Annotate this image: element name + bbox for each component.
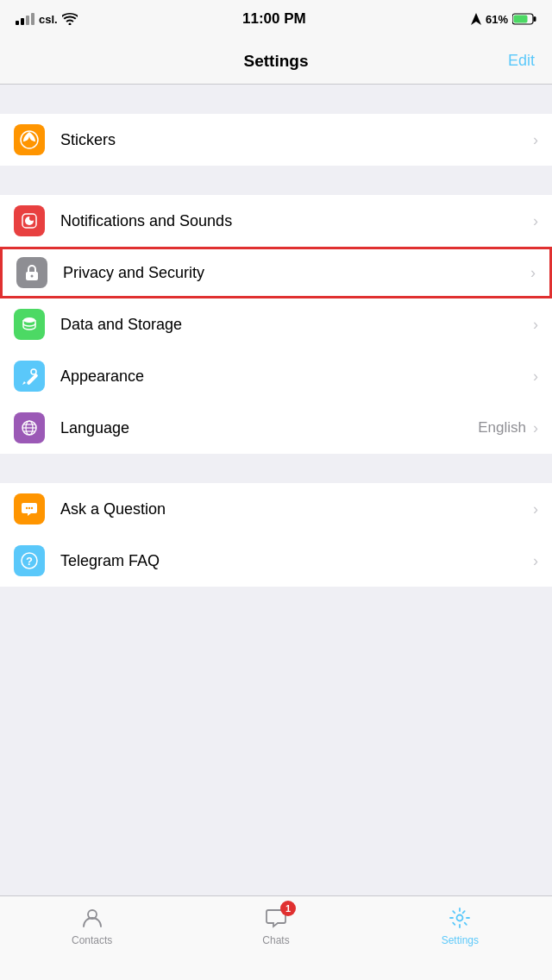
appearance-row[interactable]: Appearance › xyxy=(0,350,552,402)
tab-bar: Contacts 1 Chats Settings xyxy=(0,895,552,980)
privacy-icon xyxy=(16,257,47,288)
battery-label: 61% xyxy=(486,13,508,26)
section-gap-2 xyxy=(0,166,552,195)
svg-rect-10 xyxy=(26,373,38,385)
stickers-label: Stickers xyxy=(60,131,533,149)
appearance-chevron: › xyxy=(533,368,538,386)
contacts-svg xyxy=(80,906,104,930)
edit-button[interactable]: Edit xyxy=(508,52,535,70)
status-left: csl. xyxy=(16,13,78,26)
svg-rect-1 xyxy=(533,16,536,22)
main-section: Notifications and Sounds › Privacy and S… xyxy=(0,195,552,454)
data-svg xyxy=(20,315,39,334)
section-gap-top xyxy=(0,85,552,114)
stickers-row[interactable]: Stickers › xyxy=(0,114,552,166)
appearance-svg xyxy=(20,367,39,386)
svg-point-6 xyxy=(29,216,34,221)
page-title: Settings xyxy=(244,52,309,71)
contacts-tab-icon xyxy=(79,905,105,931)
tab-chats[interactable]: 1 Chats xyxy=(184,905,367,946)
ask-row[interactable]: Ask a Question › xyxy=(0,483,552,535)
faq-icon: ? xyxy=(14,545,45,576)
language-svg xyxy=(20,418,39,437)
chats-badge: 1 xyxy=(280,901,296,916)
notifications-chevron: › xyxy=(533,212,538,230)
language-value: English xyxy=(478,419,526,437)
chats-tab-label: Chats xyxy=(262,934,289,946)
ask-icon xyxy=(14,493,45,525)
chats-tab-icon: 1 xyxy=(263,905,289,931)
privacy-chevron: › xyxy=(530,264,536,282)
signal-bars xyxy=(16,13,34,25)
data-chevron: › xyxy=(533,316,538,334)
notifications-icon xyxy=(14,205,45,236)
svg-point-19 xyxy=(31,507,33,509)
status-time: 11:00 PM xyxy=(242,10,306,28)
svg-point-17 xyxy=(26,507,28,509)
svg-point-9 xyxy=(23,317,35,323)
faq-chevron: › xyxy=(533,552,538,570)
battery-icon xyxy=(512,13,536,25)
language-label: Language xyxy=(60,419,478,437)
language-icon xyxy=(14,412,45,443)
appearance-icon xyxy=(14,361,45,392)
stickers-svg xyxy=(20,130,39,149)
ask-svg xyxy=(20,499,39,518)
stickers-icon xyxy=(14,124,45,155)
status-right: 61% xyxy=(471,13,536,26)
svg-text:?: ? xyxy=(26,555,33,568)
notifications-label: Notifications and Sounds xyxy=(60,212,533,230)
section-gap-3 xyxy=(0,454,552,483)
notifications-row[interactable]: Notifications and Sounds › xyxy=(0,195,552,247)
location-icon xyxy=(471,13,481,25)
support-section: Ask a Question › ? Telegram FAQ › xyxy=(0,483,552,587)
language-row[interactable]: Language English › xyxy=(0,402,552,454)
settings-svg xyxy=(448,906,472,930)
svg-rect-2 xyxy=(513,16,527,23)
notifications-svg xyxy=(20,211,39,230)
stickers-chevron: › xyxy=(533,131,538,149)
data-icon xyxy=(14,309,45,340)
privacy-row[interactable]: Privacy and Security › xyxy=(0,247,552,298)
privacy-label: Privacy and Security xyxy=(63,264,530,282)
content-area: Stickers › Notifications and Sounds › xyxy=(0,85,552,700)
language-chevron: › xyxy=(533,419,538,437)
data-row[interactable]: Data and Storage › xyxy=(0,298,552,350)
contacts-tab-label: Contacts xyxy=(72,934,112,946)
faq-svg: ? xyxy=(20,551,39,570)
ask-chevron: › xyxy=(533,500,538,518)
section-gap-bottom xyxy=(0,587,552,616)
ask-label: Ask a Question xyxy=(60,500,533,518)
tab-settings[interactable]: Settings xyxy=(368,905,552,946)
nav-bar: Settings Edit xyxy=(0,38,552,85)
svg-point-11 xyxy=(31,369,36,374)
status-bar: csl. 11:00 PM 61% xyxy=(0,0,552,38)
settings-tab-icon xyxy=(447,905,473,931)
tab-contacts[interactable]: Contacts xyxy=(0,905,184,946)
faq-label: Telegram FAQ xyxy=(60,552,533,570)
carrier-label: csl. xyxy=(39,13,58,26)
data-label: Data and Storage xyxy=(60,316,533,334)
appearance-label: Appearance xyxy=(60,368,533,386)
svg-point-18 xyxy=(28,507,30,509)
stickers-section: Stickers › xyxy=(0,114,552,166)
privacy-svg xyxy=(22,263,41,282)
settings-tab-label: Settings xyxy=(442,934,479,946)
svg-point-23 xyxy=(457,915,463,921)
faq-row[interactable]: ? Telegram FAQ › xyxy=(0,535,552,587)
wifi-icon xyxy=(62,13,78,25)
svg-point-8 xyxy=(31,275,34,278)
